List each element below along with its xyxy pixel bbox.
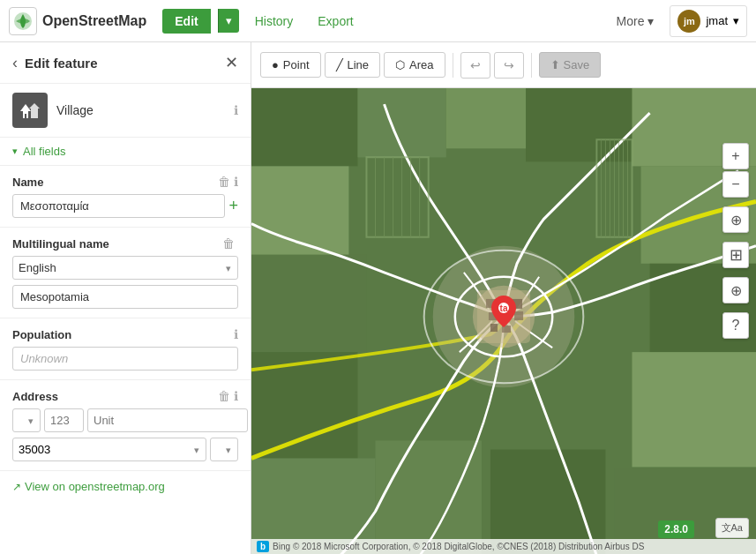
point-label: Point bbox=[283, 58, 310, 71]
population-input[interactable] bbox=[12, 347, 238, 371]
user-dropdown-icon: ▾ bbox=[733, 14, 739, 27]
address-info-button[interactable]: ℹ bbox=[234, 389, 238, 403]
control-separator-2 bbox=[722, 235, 749, 240]
multilingual-label-row: Multilingual name 🗑 bbox=[12, 236, 238, 251]
address-label-row: Address 🗑 ℹ bbox=[12, 389, 238, 403]
save-label: Save bbox=[564, 58, 590, 71]
history-button[interactable]: History bbox=[246, 9, 303, 34]
view-osm-link[interactable]: ↗ View on openstreetmap.org bbox=[0, 471, 251, 502]
location-pin-icon: ta bbox=[491, 296, 516, 327]
point-icon: ● bbox=[272, 58, 279, 71]
multilingual-name-section: Multilingual name 🗑 English French Germa… bbox=[0, 228, 251, 318]
line-icon: ╱ bbox=[336, 58, 343, 71]
svg-marker-2 bbox=[20, 104, 31, 111]
undo-button[interactable]: ↩ bbox=[460, 52, 490, 79]
svg-rect-10 bbox=[526, 88, 632, 161]
toolbar-separator-2 bbox=[531, 53, 532, 78]
zoom-out-button[interactable]: − bbox=[722, 171, 749, 198]
zoom-in-button[interactable]: + bbox=[722, 143, 749, 169]
name-label: Name bbox=[12, 176, 218, 189]
language-select[interactable]: English French German Spanish Greek bbox=[12, 256, 238, 280]
population-field-section: Population ℹ bbox=[0, 318, 251, 380]
help-button[interactable]: ? bbox=[722, 312, 749, 339]
control-separator-4 bbox=[722, 305, 749, 311]
svg-rect-3 bbox=[31, 109, 38, 118]
redo-button[interactable]: ↪ bbox=[494, 52, 524, 79]
feature-icon-box bbox=[12, 93, 48, 128]
gps-button[interactable]: ⊕ bbox=[722, 277, 749, 303]
population-label-row: Population ℹ bbox=[12, 327, 238, 341]
svg-marker-4 bbox=[29, 103, 40, 109]
edit-dropdown-button[interactable]: ▾ bbox=[218, 9, 239, 33]
panel-title: Edit feature bbox=[25, 56, 225, 71]
address-row1: Street ▾ bbox=[12, 408, 238, 432]
layers-button[interactable]: ⊞ bbox=[722, 242, 749, 268]
edit-button[interactable]: Edit bbox=[162, 9, 210, 34]
all-fields-label: All fields bbox=[23, 145, 65, 158]
attribution-text: Bing © 2018 Microsoft Corporation, © 201… bbox=[273, 542, 644, 551]
export-button[interactable]: Export bbox=[309, 9, 362, 34]
map-controls: + − ⊕ ⊞ ⊕ ? bbox=[722, 143, 749, 339]
bing-logo: b bbox=[257, 541, 269, 552]
address-field-section: Address 🗑 ℹ Street ▾ 35003 bbox=[0, 380, 251, 471]
street-select[interactable]: Street bbox=[12, 408, 41, 432]
city-select[interactable]: City bbox=[210, 438, 238, 461]
name-input[interactable] bbox=[12, 194, 225, 218]
panel-close-button[interactable]: ✕ bbox=[225, 53, 238, 72]
feature-type-row: Village ℹ bbox=[0, 84, 251, 138]
view-link-label: View on openstreetmap.org bbox=[25, 480, 165, 493]
all-fields-chevron: ▾ bbox=[12, 146, 18, 157]
toolbar-separator bbox=[453, 53, 453, 78]
name-info-button[interactable]: ℹ bbox=[234, 175, 238, 189]
point-tool-button[interactable]: ● Point bbox=[260, 52, 321, 78]
address-number-input[interactable] bbox=[44, 408, 84, 432]
external-link-icon: ↗ bbox=[12, 481, 21, 493]
logo-text: OpenStreetMap bbox=[42, 13, 146, 29]
name-add-button[interactable]: + bbox=[228, 197, 238, 215]
lang-badge[interactable]: 文Aa bbox=[715, 518, 749, 538]
feature-type-label: Village bbox=[56, 103, 225, 117]
area-tool-button[interactable]: ⬡ Area bbox=[384, 52, 445, 78]
svg-rect-9 bbox=[446, 88, 526, 148]
panel-header: ‹ Edit feature ✕ bbox=[0, 42, 251, 84]
feature-info-button[interactable]: ℹ bbox=[234, 103, 238, 117]
main-content: ‹ Edit feature ✕ Village ℹ ▾ All fields bbox=[0, 42, 756, 554]
compass-button[interactable]: ⊕ bbox=[722, 206, 749, 233]
line-tool-button[interactable]: ╱ Line bbox=[325, 52, 381, 78]
population-info-button[interactable]: ℹ bbox=[234, 327, 238, 341]
version-badge: 2.8.0 bbox=[658, 520, 694, 538]
address-delete-button[interactable]: 🗑 bbox=[218, 389, 230, 403]
zip-select[interactable]: 35003 bbox=[12, 438, 206, 461]
map-background[interactable]: ta + − ⊕ ⊞ ⊕ ? b Bing © 2018 Microsoft C… bbox=[251, 88, 756, 554]
user-menu[interactable]: jm jmat ▾ bbox=[670, 5, 747, 37]
multilingual-delete-button[interactable]: 🗑 bbox=[222, 236, 235, 251]
village-icon bbox=[20, 101, 40, 120]
logo: OpenStreetMap bbox=[9, 7, 146, 35]
name-field-section: Name 🗑 ℹ + bbox=[0, 166, 251, 228]
svg-rect-13 bbox=[251, 255, 366, 352]
lang-icon: 文Aa bbox=[722, 521, 743, 535]
multilingual-value-input[interactable] bbox=[12, 285, 238, 309]
map-toolbar: ● Point ╱ Line ⬡ Area ↩ ↪ ⬆ Save bbox=[251, 42, 756, 88]
street-select-wrap: Street ▾ bbox=[12, 408, 41, 432]
area-label: Area bbox=[409, 58, 433, 71]
edit-dropdown-icon: ▾ bbox=[226, 14, 232, 27]
user-name: jmat bbox=[706, 14, 728, 27]
line-label: Line bbox=[348, 58, 370, 71]
multilingual-label: Multilingual name bbox=[12, 237, 222, 251]
map-area[interactable]: ● Point ╱ Line ⬡ Area ↩ ↪ ⬆ Save bbox=[251, 42, 756, 554]
svg-rect-18 bbox=[632, 352, 756, 467]
name-delete-button[interactable]: 🗑 bbox=[218, 175, 230, 189]
svg-rect-5 bbox=[25, 114, 26, 118]
address-row2: 35003 ▾ City ▾ bbox=[12, 438, 238, 461]
user-avatar: jm bbox=[677, 10, 700, 33]
name-label-row: Name 🗑 ℹ bbox=[12, 175, 238, 189]
panel-back-button[interactable]: ‹ bbox=[12, 54, 18, 72]
name-input-row: + bbox=[12, 194, 238, 218]
save-icon: ⬆ bbox=[550, 58, 560, 71]
address-unit-input[interactable] bbox=[87, 408, 248, 432]
save-button[interactable]: ⬆ Save bbox=[539, 52, 602, 78]
svg-rect-20 bbox=[375, 440, 481, 554]
more-button[interactable]: More ▾ bbox=[608, 9, 663, 34]
all-fields-toggle[interactable]: ▾ All fields bbox=[0, 138, 251, 166]
